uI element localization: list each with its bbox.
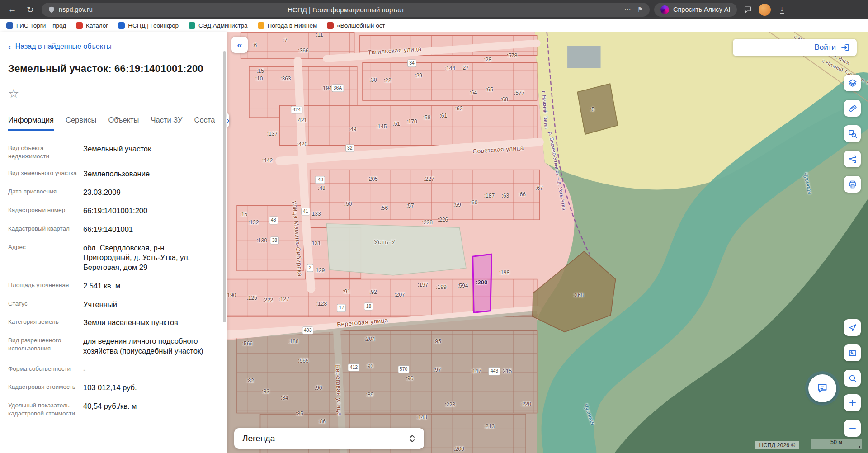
field-label: Кадастровая стоимость	[8, 383, 79, 393]
selected-parcel-shape[interactable]	[473, 254, 492, 312]
info-row: Кадастровый номер66:19:1401001:200	[8, 206, 217, 216]
bookmark-item[interactable]: НСПД | Геоинфор	[118, 22, 179, 29]
field-label: Дата присвоения	[8, 188, 79, 198]
bookmark-label: Каталог	[86, 22, 108, 29]
browser-topbar: ← ↻ nspd.gov.ru НСПД | Геоинформационный…	[0, 0, 868, 19]
bookmarks-bar: ГИС Торги – продКаталогНСПД | ГеоинфорСЭ…	[0, 19, 868, 32]
page-title: НСПД | Геоинформационный портал	[288, 6, 403, 14]
field-value: Земельный участок	[83, 144, 213, 160]
tab-Соста[interactable]: Соста	[194, 116, 215, 131]
scale-indicator: 50 м	[811, 439, 862, 449]
field-value: для ведения личного подсобного хозяйства…	[83, 336, 213, 356]
url-bar[interactable]: nspd.gov.ru НСПД | Геоинформационный пор…	[42, 3, 650, 17]
legend-bar[interactable]: Легенда	[234, 428, 424, 449]
info-row: Кадастровая стоимость103 012,14 руб.	[8, 383, 217, 393]
panel-collapse-button[interactable]: «	[231, 37, 248, 53]
tab-Объекты[interactable]: Объекты	[108, 116, 139, 131]
bookmark-label: «Волшебный ост	[337, 22, 385, 29]
bookmark-item[interactable]: Каталог	[76, 22, 108, 29]
download-icon[interactable]: ↓	[776, 3, 788, 16]
reload-icon[interactable]: ↻	[24, 3, 37, 16]
chat-assistant-button[interactable]	[808, 374, 836, 402]
info-row: Дата присвоения23.03.2009	[8, 188, 217, 198]
field-label: Категория земель	[8, 318, 79, 328]
info-row: Вид разрешенного использованиядля ведени…	[8, 336, 217, 356]
field-value: Земли населенных пунктов	[83, 318, 213, 328]
field-label: Вид объекта недвижимости	[8, 144, 79, 160]
layers-button[interactable]	[844, 75, 861, 91]
zoom-in-button[interactable]	[844, 394, 861, 411]
screenshot-button[interactable]	[844, 344, 861, 361]
back-to-results-link[interactable]: ‹ Назад в найденные объекты	[8, 42, 217, 51]
field-value: -	[83, 365, 213, 375]
login-button[interactable]: Войти	[733, 39, 857, 56]
messenger-icon[interactable]	[741, 3, 754, 16]
zoom-stack	[844, 394, 861, 437]
bookmark-item[interactable]: «Волшебный ост	[327, 22, 385, 29]
info-row: Площадь уточненная2 541 кв. м	[8, 281, 217, 291]
avatar[interactable]	[759, 3, 771, 16]
map-area[interactable]: :6:7:11:36634:29:144:27:28:578:15:10:363…	[227, 32, 868, 453]
parcel-5-shape[interactable]	[577, 84, 618, 134]
info-row: Вид земельного участкаЗемлепользование	[8, 169, 217, 179]
locate-button[interactable]	[844, 319, 861, 336]
map-nav-stack	[844, 319, 861, 387]
info-row: Адресобл. Свердловская, р-н Пригородный,…	[8, 243, 217, 273]
search-area-button[interactable]	[844, 125, 861, 142]
alice-label: Спросить Алису AI	[673, 6, 731, 13]
more-icon[interactable]: ⋯	[624, 5, 631, 14]
magnifier-button[interactable]	[844, 370, 861, 387]
map-copyright: НСПД 2026 ©	[755, 441, 799, 449]
chat-bubble-icon	[816, 382, 828, 394]
object-info-panel: ‹ Назад в найденные объекты Земельный уч…	[0, 32, 227, 453]
legend-title: Легенда	[242, 434, 275, 444]
bookmark-item[interactable]: СЭД Администра	[189, 22, 247, 29]
url-text: nspd.gov.ru	[59, 6, 93, 13]
measure-button[interactable]	[844, 100, 861, 117]
bookmark-favicon	[327, 22, 334, 29]
bookmark-label: ГИС Торги – прод	[16, 22, 66, 29]
alice-icon	[660, 5, 669, 14]
info-row: Категория земельЗемли населенных пунктов	[8, 318, 217, 328]
back-icon[interactable]: ←	[5, 3, 19, 16]
field-value: обл. Свердловская, р-н Пригородный, д. У…	[83, 243, 213, 273]
share-button[interactable]	[844, 151, 861, 167]
panel-scrollbar[interactable]	[223, 51, 226, 322]
object-title: Земельный участок: 66:19:1401001:200	[8, 63, 217, 75]
field-label: Вид земельного участка	[8, 169, 79, 179]
bookmark-item[interactable]: Погода в Нижнем	[258, 22, 317, 29]
legend-expander-icon[interactable]	[409, 434, 416, 444]
tab-Информация[interactable]: Информация	[8, 116, 54, 131]
field-label: Статус	[8, 300, 79, 310]
field-value: Учтенный	[83, 300, 213, 310]
field-label: Форма собственности	[8, 365, 79, 375]
bookmark-item[interactable]: ГИС Торги – прод	[6, 22, 66, 29]
tabs-row: ИнформацияСервисыОбъектыЧасти ЗУСоста ›	[8, 113, 217, 131]
info-row: Форма собственности-	[8, 365, 217, 375]
bookmark-favicon	[189, 22, 195, 29]
bookmark-favicon	[76, 22, 83, 29]
field-value: 66:19:1401001	[83, 225, 213, 235]
favorite-star-icon[interactable]: ☆	[8, 86, 22, 101]
info-row: Удельный показатель кадастровой стоимост…	[8, 401, 217, 418]
zoom-out-button[interactable]	[844, 420, 861, 437]
tab-Части ЗУ[interactable]: Части ЗУ	[151, 116, 182, 131]
info-row: СтатусУчтенный	[8, 300, 217, 310]
field-value: 2 541 кв. м	[83, 281, 213, 291]
bookmark-favicon	[118, 22, 125, 29]
tab-Сервисы[interactable]: Сервисы	[66, 116, 96, 131]
object-fields: Вид объекта недвижимостиЗемельный участо…	[8, 144, 217, 418]
field-value: Землепользование	[83, 169, 213, 179]
field-value: 40,54 руб./кв. м	[83, 401, 213, 418]
field-label: Кадастровый квартал	[8, 225, 79, 235]
bookmark-favicon	[6, 22, 13, 29]
bookmark-flag-icon[interactable]: ⚑	[637, 5, 643, 14]
bookmark-label: Погода в Нижнем	[268, 22, 317, 29]
bookmark-label: НСПД | Геоинфор	[128, 22, 179, 29]
info-row: Вид объекта недвижимостиЗемельный участо…	[8, 144, 217, 160]
field-label: Кадастровый номер	[8, 206, 79, 216]
scale-bar	[813, 446, 860, 448]
print-button[interactable]	[844, 176, 861, 193]
alice-button[interactable]: Спросить Алису AI	[654, 3, 737, 17]
map-canvas[interactable]	[227, 32, 868, 453]
